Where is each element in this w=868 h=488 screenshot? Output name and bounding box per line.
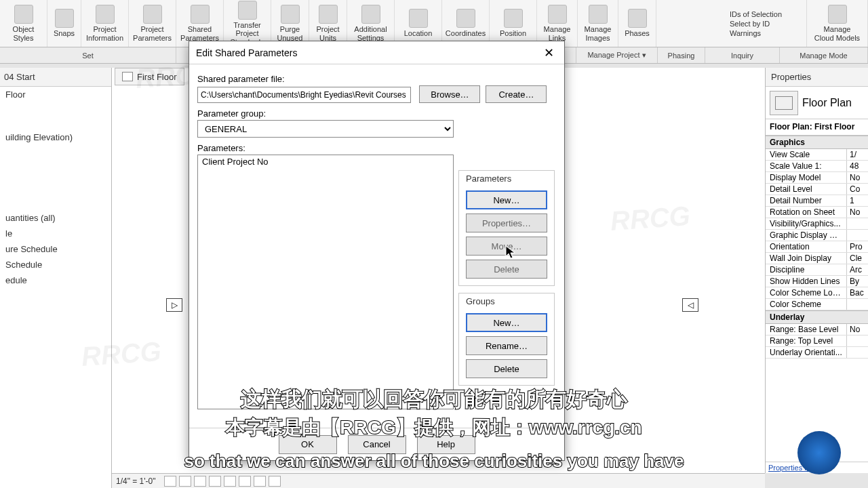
property-row[interactable]: Detail LevelCo	[766, 184, 868, 195]
create-button[interactable]: Create…	[486, 85, 547, 103]
group-rename-button[interactable]: Rename…	[466, 336, 547, 355]
view-scale-label[interactable]: 1/4" = 1'-0"	[116, 476, 156, 486]
ribbon-position[interactable]: Position	[490, 0, 537, 47]
project-browser-nodes[interactable]: Floor uilding Elevation) uantities (all)…	[0, 87, 111, 288]
browser-item[interactable]: ure Schedule	[0, 241, 111, 257]
cancel-button[interactable]: Cancel	[348, 435, 406, 454]
select-by-id[interactable]: Select by ID	[730, 20, 806, 28]
location-icon	[409, 9, 428, 28]
property-value[interactable]	[846, 347, 868, 358]
reveal-hidden-icon[interactable]	[269, 476, 281, 487]
param-new-button[interactable]: New…	[466, 190, 547, 209]
warnings[interactable]: Warnings	[730, 29, 806, 37]
param-delete-button[interactable]: Delete	[466, 260, 547, 279]
property-name: Detail Level	[766, 184, 846, 195]
property-value[interactable]: 48	[846, 161, 868, 171]
property-row[interactable]: Color Scheme	[766, 299, 868, 310]
property-row[interactable]: Scale Value 1:48	[766, 161, 868, 172]
dialog-close-button[interactable]: ✕	[540, 44, 557, 62]
ribbon-project-units[interactable]: ProjectUnits	[309, 0, 347, 47]
property-value[interactable]	[846, 336, 868, 346]
ids-of-selection[interactable]: IDs of Selection	[730, 10, 806, 18]
property-value[interactable]: Cle	[846, 253, 868, 264]
property-name: Show Hidden Lines	[766, 276, 846, 287]
property-row[interactable]: View Scale1/	[766, 149, 868, 161]
ribbon-transfer-standards[interactable]: TransferProject Standards	[224, 0, 271, 47]
property-row[interactable]: Display ModelNo	[766, 172, 868, 184]
property-row[interactable]: Rotation on SheetNo	[766, 207, 868, 218]
property-row[interactable]: Show Hidden LinesBy	[766, 276, 868, 287]
ribbon-coordinates[interactable]: Coordinates	[442, 0, 490, 47]
parameter-group-select[interactable]: GENERAL	[197, 120, 454, 138]
property-row[interactable]: Range: Top Level	[766, 336, 868, 347]
crop-view-icon[interactable]	[224, 476, 236, 487]
property-row[interactable]: Wall Join DisplayCle	[766, 253, 868, 264]
panel-manage-project[interactable]: Manage Project ▾	[576, 47, 658, 63]
ribbon-location[interactable]: Location	[395, 0, 442, 47]
property-value[interactable]: Pro	[846, 241, 868, 252]
crop-region-icon[interactable]	[239, 476, 251, 487]
help-button[interactable]: Help	[417, 435, 475, 454]
ribbon-manage-links[interactable]: ManageLinks	[537, 0, 578, 47]
property-value[interactable]: By	[846, 276, 868, 287]
property-row[interactable]: DisciplineArc	[766, 264, 868, 276]
browser-item[interactable]: Floor	[0, 87, 111, 102]
phases-icon	[628, 9, 647, 28]
property-row[interactable]: Color Scheme Loc...Bac	[766, 287, 868, 299]
ribbon-shared-parameters[interactable]: SharedParameters	[176, 0, 224, 47]
type-selector[interactable]: Floor Plan	[766, 87, 868, 119]
property-value[interactable]: No	[846, 172, 868, 183]
ribbon-purge-unused[interactable]: PurgeUnused	[271, 0, 309, 47]
property-value[interactable]: No	[846, 324, 868, 335]
ribbon-manage-images[interactable]: ManageImages	[578, 0, 618, 47]
property-value[interactable]: 1	[846, 195, 868, 206]
view-tab[interactable]: First Floor	[115, 68, 184, 85]
ok-button[interactable]: OK	[279, 435, 337, 454]
group-delete-button[interactable]: Delete	[466, 359, 547, 378]
browser-item[interactable]: edule	[0, 272, 111, 288]
property-value[interactable]: No	[846, 207, 868, 218]
browser-item[interactable]: le	[0, 226, 111, 241]
browser-item[interactable]: uantities (all)	[0, 210, 111, 226]
visual-style-icon[interactable]	[179, 476, 191, 487]
property-value[interactable]: Arc	[846, 264, 868, 275]
browser-item[interactable]: Schedule	[0, 257, 111, 272]
ribbon-snaps[interactable]: Snaps	[47, 0, 81, 47]
panel-inquiry: Inquiry	[705, 47, 780, 63]
ribbon-phases[interactable]: Phases	[618, 0, 656, 47]
parameters-listbox[interactable]: Client Project No	[197, 155, 454, 409]
shared-params-icon	[191, 5, 210, 24]
property-value[interactable]: Co	[846, 184, 868, 195]
elevation-marker-left[interactable]: ▷	[166, 298, 182, 312]
property-value[interactable]	[846, 230, 868, 241]
hide-isolate-icon[interactable]	[254, 476, 266, 487]
property-value[interactable]	[846, 299, 868, 310]
ribbon-project-parameters[interactable]: ProjectParameters	[129, 0, 176, 47]
panel-phasing: Phasing	[658, 47, 705, 63]
property-row[interactable]: Underlay Orientati...	[766, 347, 868, 359]
ribbon-object-styles[interactable]: ObjectStyles	[0, 0, 47, 47]
property-row[interactable]: Range: Base LevelNo	[766, 324, 868, 336]
property-row[interactable]: Graphic Display O...	[766, 230, 868, 241]
elevation-marker-right[interactable]: ◁	[682, 298, 698, 312]
shadows-icon[interactable]	[209, 476, 221, 487]
ribbon-manage-cloud[interactable]: ManageCloud Models	[807, 0, 868, 47]
browser-item[interactable]: uilding Elevation)	[0, 129, 111, 145]
group-new-button[interactable]: New…	[466, 313, 547, 332]
property-value[interactable]: Bac	[846, 287, 868, 298]
param-properties-button[interactable]: Properties…	[466, 214, 547, 232]
ribbon-additional-settings[interactable]: AdditionalSettings	[347, 0, 395, 47]
browse-button[interactable]: Browse…	[419, 85, 480, 103]
property-row[interactable]: Visibility/Graphics...	[766, 218, 868, 230]
property-value[interactable]: 1/	[846, 149, 868, 160]
rrcg-logo-icon	[797, 431, 841, 474]
property-value[interactable]	[846, 218, 868, 229]
sun-path-icon[interactable]	[194, 476, 206, 487]
detail-level-icon[interactable]	[164, 476, 176, 487]
parameter-list-item[interactable]: Client Project No	[202, 157, 449, 167]
property-row[interactable]: OrientationPro	[766, 241, 868, 253]
file-path-input[interactable]	[197, 87, 411, 103]
property-name: Visibility/Graphics...	[766, 218, 846, 229]
ribbon-project-information[interactable]: ProjectInformation	[81, 0, 129, 47]
property-row[interactable]: Detail Number1	[766, 195, 868, 207]
